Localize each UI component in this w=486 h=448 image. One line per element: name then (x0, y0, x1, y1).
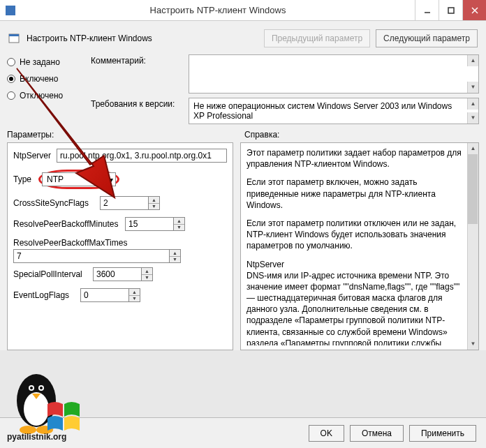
scroll-up-button[interactable]: ▲ (467, 98, 478, 110)
spinner-up-icon[interactable]: ▲ (170, 250, 180, 257)
spinner-down-icon[interactable]: ▼ (129, 296, 140, 302)
maximize-button[interactable] (439, 0, 462, 20)
svg-point-10 (30, 387, 33, 389)
requirements-box: Не ниже операционных систем Windows Serv… (189, 98, 479, 124)
svg-point-11 (40, 387, 43, 389)
spinner-up-icon[interactable]: ▲ (149, 197, 159, 204)
close-button[interactable] (462, 0, 486, 20)
help-section-label: Справка: (244, 130, 279, 140)
svg-rect-5 (9, 34, 19, 36)
minimize-button[interactable] (415, 0, 439, 20)
eventlogflags-label: EventLogFlags (13, 290, 76, 300)
scroll-up-button[interactable]: ▲ (467, 55, 478, 66)
scroll-down-button[interactable]: ▼ (467, 82, 478, 93)
type-highlight-circle: NTP (38, 170, 119, 189)
crosssitesyncflags-label: CrossSiteSyncFlags (13, 198, 96, 208)
ntpserver-input[interactable] (57, 149, 227, 163)
svg-point-9 (38, 385, 44, 391)
help-panel: Этот параметр политики задает набор пара… (240, 142, 479, 350)
apply-button[interactable]: Применить (409, 425, 476, 442)
spinner-down-icon[interactable]: ▼ (174, 225, 184, 231)
ok-button[interactable]: OK (309, 425, 344, 442)
resolvepeerbackoffminutes-spinner[interactable]: ▲▼ (125, 217, 185, 231)
policy-icon (8, 32, 21, 45)
comment-textarea[interactable]: ▲ ▼ (189, 54, 479, 94)
scroll-down-icon[interactable]: ▼ (468, 338, 478, 350)
ntpserver-label: NtpServer (13, 151, 52, 160)
scroll-down-button[interactable]: ▼ (467, 112, 478, 124)
radio-not-configured[interactable]: Не задано (7, 57, 84, 67)
radio-label: Включено (20, 74, 58, 84)
dialog-button-bar: OK Отмена Применить (0, 417, 486, 448)
spinner-down-icon[interactable]: ▼ (149, 204, 159, 210)
window-titlebar: Настроить NTP-клиент Windows (0, 0, 486, 21)
crosssitesyncflags-spinner[interactable]: ▲▼ (100, 196, 160, 210)
resolvepeerbackoffmaxtimes-spinner[interactable]: ▲▼ (13, 249, 181, 263)
spinner-up-icon[interactable]: ▲ (174, 218, 184, 225)
spinner-up-icon[interactable]: ▲ (142, 268, 152, 275)
resolvepeerbackoffmaxtimes-label: ResolvePeerBackoffMaxTimes (13, 238, 227, 248)
page-title: Настроить NTP-клиент Windows (27, 33, 258, 43)
comment-label: Комментарий: (91, 54, 182, 66)
resolvepeerbackoffminutes-label: ResolvePeerBackoffMinutes (13, 219, 121, 229)
scroll-up-icon[interactable]: ▲ (468, 143, 478, 154)
type-label: Type (13, 174, 34, 184)
parameters-panel: NtpServer Type NTP CrossSiteSyncFlags ▲▼ (7, 142, 233, 350)
radio-label: Отключено (20, 91, 63, 100)
window-icon (0, 6, 21, 15)
spinner-down-icon[interactable]: ▼ (142, 275, 152, 281)
radio-label: Не задано (20, 57, 60, 67)
eventlogflags-spinner[interactable]: ▲▼ (80, 288, 140, 302)
cancel-button[interactable]: Отмена (350, 425, 404, 442)
radio-icon (7, 58, 15, 66)
previous-setting-button[interactable]: Предыдущий параметр (264, 29, 370, 47)
help-scrollbar[interactable]: ▲ ▼ (467, 143, 478, 350)
radio-icon (7, 75, 15, 83)
parameters-section-label: Параметры: (7, 130, 244, 140)
radio-disabled[interactable]: Отключено (7, 91, 84, 100)
requirements-label: Требования к версии: (91, 98, 182, 109)
svg-rect-1 (448, 8, 454, 13)
radio-icon (7, 91, 15, 100)
svg-point-8 (29, 385, 34, 391)
specialpollinterval-spinner[interactable]: ▲▼ (93, 267, 153, 281)
spinner-up-icon[interactable]: ▲ (129, 289, 140, 296)
help-text[interactable]: Этот параметр политики задает набор пара… (246, 147, 464, 345)
next-setting-button[interactable]: Следующий параметр (376, 29, 478, 47)
spinner-down-icon[interactable]: ▼ (170, 257, 180, 263)
specialpollinterval-label: SpecialPollInterval (13, 269, 89, 279)
window-title: Настроить NTP-клиент Windows (21, 5, 415, 15)
scroll-thumb[interactable] (468, 154, 478, 224)
type-select[interactable]: NTP (42, 172, 116, 186)
radio-enabled[interactable]: Включено (7, 74, 84, 84)
